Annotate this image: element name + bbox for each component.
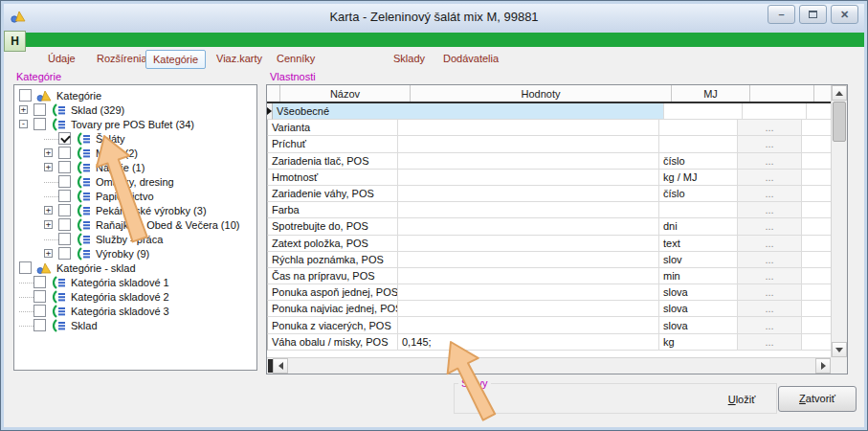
tab-viaz-karty[interactable]: Viaz.karty <box>210 50 269 67</box>
more-button[interactable]: ... <box>738 153 802 170</box>
checkbox-kategorie[interactable] <box>19 89 32 102</box>
property-row-cas-na-pripravu-pos[interactable]: Čas na prípravu, POSmin... <box>267 268 831 284</box>
expand-icon[interactable]: + <box>19 105 28 114</box>
tree-item-menu-2[interactable]: +Menu (2) <box>44 146 256 160</box>
property-row-zariadenia-tlac-pos[interactable]: Zariadenia tlač, POSčíslo... <box>267 153 831 170</box>
tree-item-kategorie-sklad[interactable]: Kategórie - sklad <box>19 261 256 275</box>
tree-item-ranajky-obed-vecera-10[interactable]: +Raňajky & Obed & Večera (10) <box>44 217 256 232</box>
checkbox-omacky-dresing[interactable] <box>58 175 71 188</box>
close-card-button[interactable]: Zatvoriť <box>778 386 857 412</box>
more-button[interactable]: ... <box>738 334 802 351</box>
property-value-cell[interactable] <box>398 284 659 301</box>
expand-icon[interactable]: + <box>44 220 53 229</box>
minimize-button[interactable]: – <box>768 5 795 24</box>
property-value-cell[interactable] <box>398 236 659 252</box>
property-row-vaha-obalu-misky-pos[interactable]: Váha obalu / misky, POS0,145;kg... <box>267 334 831 351</box>
more-button[interactable]: ... <box>738 301 802 317</box>
tree-item-tovary-pre-pos-bufet-34[interactable]: -Tovary pre POS Bufet (34) <box>19 117 256 131</box>
property-value-cell[interactable] <box>398 218 659 235</box>
checkbox-sklad[interactable] <box>33 319 46 331</box>
property-row-hmotnost[interactable]: Hmotnosťkg / MJ... <box>267 170 831 186</box>
checkbox-ranajky-obed-vecera-10[interactable] <box>58 218 71 231</box>
more-button[interactable]: ... <box>738 186 802 202</box>
property-value-cell[interactable] <box>398 317 659 333</box>
more-button[interactable]: ... <box>738 218 802 235</box>
tab-cenniky[interactable]: Cenníky <box>270 50 322 67</box>
property-row-spotrebujte-do-pos[interactable]: Spotrebujte do, POSdni... <box>267 218 831 235</box>
horizontal-scrollbar[interactable] <box>267 357 831 374</box>
tree-item-kategoria-skladove-3[interactable]: Kategória skladové 3 <box>19 304 256 318</box>
header-nazov[interactable]: Názov <box>280 85 411 102</box>
checkbox-napoje-1[interactable] <box>58 161 71 173</box>
property-value-cell[interactable]: 0,145; <box>398 334 659 351</box>
tree-item-pekarenske-vyrobky-3[interactable]: +Pekárenské výrobky (3) <box>44 203 256 217</box>
more-button[interactable]: ... <box>738 252 802 268</box>
property-row-farba[interactable]: Farba... <box>267 202 831 218</box>
checkbox-kategorie-sklad[interactable] <box>19 261 32 274</box>
property-row-prichut[interactable]: Príchuť... <box>267 136 831 152</box>
scroll-right-button[interactable] <box>815 358 831 374</box>
maximize-button[interactable] <box>799 5 827 24</box>
scroll-down-button[interactable] <box>832 342 847 357</box>
property-value-cell[interactable] <box>398 120 659 136</box>
checkbox-kategoria-skladove-3[interactable] <box>33 305 46 317</box>
header-mj[interactable]: MJ <box>672 85 750 102</box>
property-row-ponuka-z-viacerych-pos[interactable]: Ponuka z viacerých, POSslova... <box>267 317 831 333</box>
checkbox-kategoria-skladove-2[interactable] <box>33 290 46 303</box>
title-bar[interactable]: Karta - Zeleninový šalát mix M, 99881 – … <box>1 1 867 33</box>
collapse-icon[interactable]: - <box>19 120 28 128</box>
property-row-vseobecne[interactable]: Všeobecné <box>267 103 831 120</box>
property-row-zatext-polozka-pos[interactable]: Zatext položka, POStext... <box>267 236 831 252</box>
property-row-varianta[interactable]: Varianta... <box>267 120 831 136</box>
tab-udaje[interactable]: Údaje <box>41 50 82 67</box>
tree-item-salaty[interactable]: Šaláty <box>44 131 256 146</box>
property-row-ponuka-aspon-jednej-pos[interactable]: Ponuka aspoň jednej, POSslova... <box>267 284 831 301</box>
more-button[interactable]: ... <box>738 284 802 301</box>
tree-item-kategoria-skladove-2[interactable]: Kategória skladové 2 <box>19 289 256 304</box>
property-row-zariadenie-vahy-pos[interactable]: Zariadenie váhy, POSčíslo... <box>267 186 831 202</box>
save-button[interactable]: Uložiť <box>715 389 768 411</box>
property-value-cell[interactable] <box>398 136 659 152</box>
tree-item-sklad[interactable]: Sklad <box>19 318 256 332</box>
more-button[interactable]: ... <box>738 170 802 186</box>
property-value-cell[interactable] <box>398 202 659 218</box>
expand-icon[interactable]: + <box>44 206 53 215</box>
tree-item-kategoria-skladove-1[interactable]: Kategória skladové 1 <box>19 275 256 289</box>
property-value-cell[interactable] <box>398 186 659 202</box>
expand-icon[interactable]: + <box>44 249 53 258</box>
scroll-left-button[interactable] <box>273 358 288 374</box>
checkbox-pekarenske-vyrobky-3[interactable] <box>58 204 71 216</box>
scroll-up-button[interactable] <box>832 85 847 101</box>
tree-item-sluzby-praca[interactable]: Služby - práca <box>44 232 256 246</box>
tree-item-kategorie[interactable]: Kategórie <box>19 88 256 102</box>
property-value-cell[interactable] <box>398 301 659 317</box>
tab-dodavatelia[interactable]: Dodávatelia <box>436 50 505 67</box>
more-button[interactable]: ... <box>738 317 802 333</box>
tree-item-napoje-1[interactable]: +Nápoje (1) <box>44 160 256 174</box>
property-value-cell[interactable] <box>398 153 659 170</box>
property-row-rychla-poznamka-pos[interactable]: Rýchla poznámka, POSslov... <box>267 252 831 268</box>
vertical-scrollbar[interactable] <box>831 85 847 357</box>
more-button[interactable]: ... <box>738 236 802 252</box>
tree-item-vyrobky-9[interactable]: +Výrobky (9) <box>44 246 256 261</box>
checkbox-papiernictvo[interactable] <box>58 190 71 202</box>
more-button[interactable]: ... <box>738 202 802 218</box>
property-value-cell[interactable] <box>398 170 659 186</box>
checkbox-menu-2[interactable] <box>58 147 71 159</box>
close-button[interactable]: ✕ <box>831 5 858 24</box>
checkbox-sluzby-praca[interactable] <box>58 233 71 245</box>
tree-item-omacky-dresing[interactable]: Omáčky, dresing <box>44 174 256 189</box>
checkbox-tovary-pre-pos-bufet-34[interactable] <box>33 118 46 130</box>
more-button[interactable]: ... <box>738 120 802 136</box>
tab-kategorie[interactable]: Kategórie <box>145 50 206 69</box>
header-hodnoty[interactable]: Hodnoty <box>411 85 672 102</box>
expand-icon[interactable]: + <box>44 148 53 157</box>
checkbox-kategoria-skladove-1[interactable] <box>33 276 46 288</box>
tree-item-papiernictvo[interactable]: Papiernictvo <box>44 189 256 203</box>
expand-icon[interactable]: + <box>44 163 53 171</box>
h-toolbar-button[interactable]: H <box>4 31 26 52</box>
checkbox-sklad-329[interactable] <box>33 103 46 116</box>
vertical-scroll-thumb[interactable] <box>833 102 846 142</box>
tab-sklady[interactable]: Sklady <box>387 50 432 67</box>
checkbox-vyrobky-9[interactable] <box>58 247 71 260</box>
